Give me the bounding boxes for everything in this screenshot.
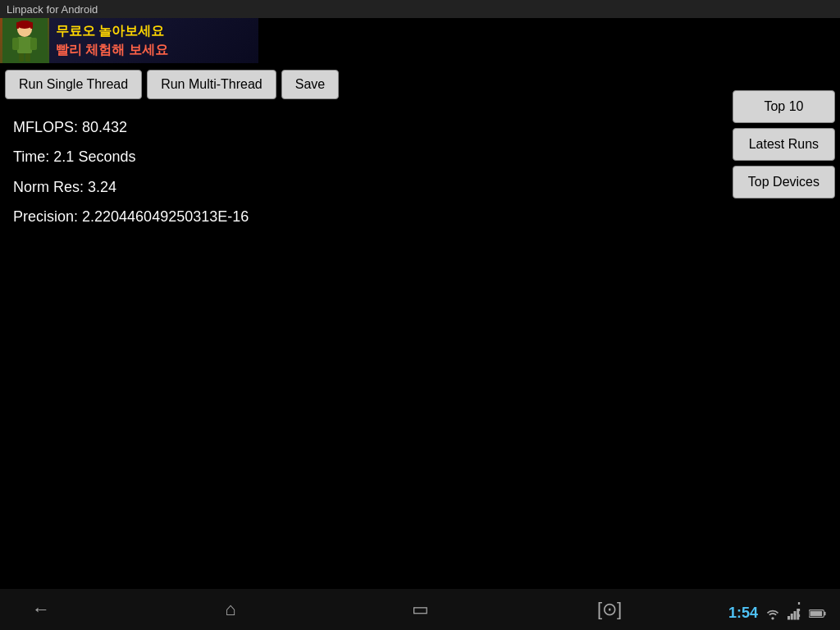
toolbar: Run Single Thread Run Multi-Thread Save <box>0 63 840 106</box>
right-buttons-panel: Top 10 Latest Runs Top Devices <box>733 90 835 199</box>
ad-line2: 빨리 체험해 보세요 <box>56 41 168 59</box>
latest-runs-button[interactable]: Latest Runs <box>733 128 835 161</box>
mflops-label: MFLOPS: <box>13 119 78 135</box>
svg-rect-5 <box>19 53 24 62</box>
nav-bar: ← ⌂ ▭ [⊙] ⋮ 1:54 <box>0 589 840 630</box>
run-single-thread-button[interactable]: Run Single Thread <box>5 70 142 99</box>
title-bar: Linpack for Android <box>0 0 840 18</box>
ad-banner[interactable]: 무료오 놀아보세요 빨리 체험해 보세요 <box>0 18 258 63</box>
normres-value: 3.24 <box>88 179 116 195</box>
precision-label: Precision: <box>13 208 78 225</box>
time-value: 2.1 <box>53 148 74 165</box>
mflops-line: MFLOPS: 80.432 <box>13 114 827 140</box>
normres-label: Norm Res: <box>13 179 84 195</box>
clock: 1:54 <box>728 605 758 622</box>
run-multi-thread-button[interactable]: Run Multi-Thread <box>147 70 276 99</box>
stats-panel: MFLOPS: 80.432 Time: 2.1 Seconds Norm Re… <box>0 106 840 242</box>
precision-line: Precision: 2.220446049250313E-16 <box>13 203 827 230</box>
svg-rect-4 <box>30 38 37 50</box>
svg-rect-9 <box>30 22 33 29</box>
svg-rect-2 <box>17 37 32 53</box>
home-button[interactable]: ⌂ <box>214 593 247 626</box>
app-title: Linpack for Android <box>7 3 98 16</box>
svg-rect-16 <box>810 611 822 616</box>
top10-button[interactable]: Top 10 <box>733 90 835 123</box>
signal-icon <box>788 607 802 620</box>
svg-rect-13 <box>797 609 799 620</box>
svg-rect-12 <box>794 611 797 620</box>
back-button[interactable]: ← <box>25 593 57 626</box>
battery-icon <box>809 608 827 619</box>
warrior-icon <box>2 18 48 63</box>
normres-line: Norm Res: 3.24 <box>13 174 827 200</box>
screenshot-button[interactable]: [⊙] <box>593 593 626 626</box>
status-bar-right: 1:54 <box>728 605 827 622</box>
ad-line1: 무료오 놀아보세요 <box>56 22 168 40</box>
svg-rect-15 <box>824 611 825 614</box>
time-line: Time: 2.1 Seconds <box>13 144 827 170</box>
ad-image <box>0 18 49 63</box>
ad-text: 무료오 놀아보세요 빨리 체험해 보세요 <box>49 19 175 62</box>
time-unit: Seconds <box>78 148 135 165</box>
top-devices-button[interactable]: Top Devices <box>733 166 835 199</box>
mflops-value: 80.432 <box>82 119 127 135</box>
save-button[interactable]: Save <box>281 70 339 99</box>
recent-apps-button[interactable]: ▭ <box>404 593 436 626</box>
time-label: Time: <box>13 148 49 165</box>
svg-rect-10 <box>788 616 790 620</box>
svg-rect-6 <box>25 53 30 62</box>
svg-rect-8 <box>16 22 19 29</box>
svg-rect-11 <box>791 614 793 620</box>
svg-rect-3 <box>12 38 19 50</box>
wifi-icon <box>765 607 781 620</box>
precision-value: 2.220446049250313E-16 <box>82 208 249 225</box>
